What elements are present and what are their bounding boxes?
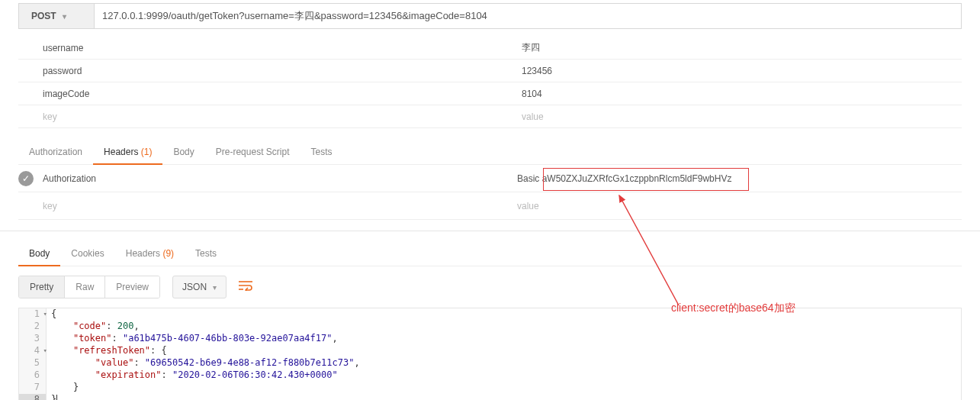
code-text: "expiration"	[95, 369, 162, 380]
header-row[interactable]: ✓ Authorization Basic aW50ZXJuZXRfcGx1cz…	[18, 165, 962, 192]
code-text: {	[51, 308, 56, 319]
http-method-label: POST	[31, 11, 56, 21]
param-row[interactable]: password 123456	[18, 60, 962, 82]
response-body[interactable]: 1▾{ 2 "code": 200, 3 "token": "a61b475b-…	[18, 308, 962, 400]
code-text: "value"	[95, 357, 134, 368]
cursor	[56, 395, 57, 401]
annotation-text: client:secret的base64加密	[671, 302, 795, 315]
http-method-selector[interactable]: POST ▾	[18, 3, 95, 29]
resp-tab-headers-count: (9)	[162, 248, 174, 259]
code-text: }	[51, 382, 79, 392]
resp-tab-body[interactable]: Body	[18, 242, 60, 266]
header-value-placeholder[interactable]: value	[517, 201, 962, 211]
response-tabs: Body Cookies Headers (9) Tests	[18, 242, 962, 266]
code-text: 200	[117, 321, 134, 331]
header-row-new[interactable]: key value	[18, 192, 962, 220]
code-text: "refreshToken"	[73, 345, 150, 356]
param-key[interactable]: username	[18, 43, 522, 53]
param-value[interactable]: 8104	[522, 89, 962, 99]
tab-headers-count: (1)	[141, 147, 153, 157]
code-text: "code"	[73, 321, 106, 331]
param-key-placeholder[interactable]: key	[18, 111, 522, 122]
param-row-new[interactable]: key value	[18, 105, 962, 128]
wrap-lines-icon[interactable]	[239, 280, 252, 294]
resp-tab-tests[interactable]: Tests	[185, 242, 227, 266]
preview-button[interactable]: Preview	[104, 276, 159, 298]
param-value-placeholder[interactable]: value	[522, 111, 962, 122]
header-key-placeholder[interactable]: key	[43, 201, 517, 211]
chevron-down-icon: ▾	[63, 12, 66, 21]
resp-tab-headers-label: Headers	[126, 248, 160, 259]
param-key[interactable]: password	[18, 66, 522, 76]
chevron-down-icon: ▾	[213, 283, 217, 292]
tab-prerequest[interactable]: Pre-request Script	[205, 140, 300, 164]
code-text: }	[51, 394, 56, 400]
param-value[interactable]: 李四	[522, 41, 962, 54]
param-row[interactable]: username 李四	[18, 37, 962, 60]
check-icon[interactable]: ✓	[18, 171, 34, 186]
code-text: "69650542-b6e9-4e88-af12-f880b7e11c73"	[145, 357, 355, 368]
headers-table: ✓ Authorization Basic aW50ZXJuZXRfcGx1cz…	[18, 165, 962, 220]
header-key[interactable]: Authorization	[43, 173, 517, 184]
view-mode-group: Pretty Raw Preview	[18, 276, 160, 298]
resp-tab-cookies[interactable]: Cookies	[60, 242, 114, 266]
code-text: "a61b475b-4607-46bb-803e-92ae07aa4f17"	[123, 333, 333, 344]
tab-body[interactable]: Body	[162, 140, 204, 164]
resp-tab-headers[interactable]: Headers (9)	[115, 242, 185, 266]
query-params-table: username 李四 password 123456 imageCode 81…	[18, 37, 962, 128]
annotation-box	[543, 168, 749, 191]
request-url-input[interactable]	[95, 3, 962, 29]
format-label: JSON	[182, 282, 207, 292]
format-selector[interactable]: JSON ▾	[172, 276, 227, 298]
param-value[interactable]: 123456	[522, 66, 962, 76]
param-row[interactable]: imageCode 8104	[18, 82, 962, 105]
tab-authorization[interactable]: Authorization	[18, 140, 93, 164]
tab-headers[interactable]: Headers (1)	[93, 140, 162, 165]
code-text: "2020-02-06T06:30:42.430+0000"	[172, 369, 338, 380]
divider	[0, 231, 980, 231]
raw-button[interactable]: Raw	[64, 276, 104, 298]
param-key[interactable]: imageCode	[18, 89, 522, 99]
code-text: "token"	[73, 333, 112, 344]
tab-tests[interactable]: Tests	[300, 140, 342, 164]
header-value[interactable]: Basic aW50ZXJuZXRfcGx1czppbnRlcm5ldF9wbH…	[517, 173, 962, 184]
request-tabs: Authorization Headers (1) Body Pre-reque…	[18, 140, 962, 165]
tab-headers-label: Headers	[104, 147, 138, 157]
response-toolbar: Pretty Raw Preview JSON ▾	[18, 276, 962, 298]
pretty-button[interactable]: Pretty	[19, 276, 64, 298]
